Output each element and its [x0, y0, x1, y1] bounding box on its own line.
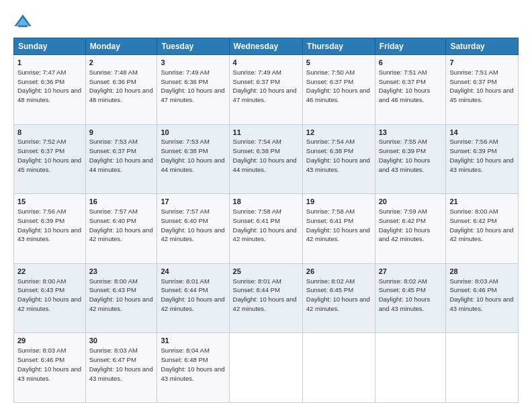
- day-info: Sunrise: 7:53 AMSunset: 6:38 PMDaylight:…: [161, 138, 224, 173]
- calendar-cell: 17Sunrise: 7:57 AMSunset: 6:40 PMDayligh…: [157, 194, 229, 264]
- day-info: Sunrise: 8:01 AMSunset: 6:44 PMDaylight:…: [233, 277, 297, 312]
- day-number: 3: [161, 58, 225, 68]
- calendar-week-row: 29Sunrise: 8:03 AMSunset: 6:46 PMDayligh…: [14, 333, 519, 403]
- calendar-cell: 28Sunrise: 8:03 AMSunset: 6:46 PMDayligh…: [446, 263, 519, 333]
- day-of-week-header: Sunday: [14, 38, 86, 55]
- day-number: 30: [89, 336, 154, 346]
- page: SundayMondayTuesdayWednesdayThursdayFrid…: [0, 0, 532, 411]
- calendar-header-row: SundayMondayTuesdayWednesdayThursdayFrid…: [14, 38, 519, 55]
- day-info: Sunrise: 7:49 AMSunset: 6:36 PMDaylight:…: [161, 68, 224, 103]
- calendar-cell: 18Sunrise: 7:58 AMSunset: 6:41 PMDayligh…: [229, 194, 302, 264]
- day-info: Sunrise: 7:48 AMSunset: 6:36 PMDaylight:…: [89, 68, 153, 103]
- calendar-cell: 30Sunrise: 8:03 AMSunset: 6:47 PMDayligh…: [85, 333, 157, 403]
- day-number: 14: [449, 128, 515, 138]
- day-info: Sunrise: 7:56 AMSunset: 6:39 PMDaylight:…: [17, 208, 81, 242]
- day-number: 26: [306, 267, 371, 277]
- day-number: 16: [89, 197, 154, 207]
- day-number: 7: [449, 58, 515, 68]
- day-number: 5: [306, 58, 371, 68]
- calendar-cell: 11Sunrise: 7:54 AMSunset: 6:38 PMDayligh…: [229, 124, 302, 194]
- day-number: 25: [233, 267, 299, 277]
- day-number: 31: [161, 336, 225, 346]
- calendar-cell: 29Sunrise: 8:03 AMSunset: 6:46 PMDayligh…: [14, 333, 86, 403]
- day-of-week-header: Saturday: [446, 38, 519, 55]
- calendar-cell: 9Sunrise: 7:53 AMSunset: 6:37 PMDaylight…: [85, 124, 157, 194]
- svg-rect-2: [18, 26, 28, 28]
- day-number: 1: [17, 58, 82, 68]
- day-info: Sunrise: 8:03 AMSunset: 6:46 PMDaylight:…: [17, 347, 81, 381]
- day-of-week-header: Thursday: [302, 38, 375, 55]
- day-info: Sunrise: 8:02 AMSunset: 6:45 PMDaylight:…: [379, 277, 431, 312]
- day-number: 27: [379, 267, 443, 277]
- calendar-week-row: 15Sunrise: 7:56 AMSunset: 6:39 PMDayligh…: [14, 194, 519, 264]
- day-number: 22: [17, 267, 82, 277]
- day-number: 24: [161, 267, 225, 277]
- day-number: 12: [306, 128, 371, 138]
- calendar-cell: 16Sunrise: 7:57 AMSunset: 6:40 PMDayligh…: [85, 194, 157, 264]
- day-number: 17: [161, 197, 225, 207]
- day-info: Sunrise: 8:00 AMSunset: 6:43 PMDaylight:…: [17, 277, 81, 312]
- day-number: 19: [306, 197, 371, 207]
- day-info: Sunrise: 7:57 AMSunset: 6:40 PMDaylight:…: [89, 208, 153, 242]
- day-info: Sunrise: 8:03 AMSunset: 6:47 PMDaylight:…: [89, 347, 153, 381]
- calendar-cell: 22Sunrise: 8:00 AMSunset: 6:43 PMDayligh…: [14, 263, 86, 333]
- calendar-cell: [302, 333, 375, 403]
- day-info: Sunrise: 7:58 AMSunset: 6:41 PMDaylight:…: [233, 208, 297, 242]
- day-info: Sunrise: 8:00 AMSunset: 6:43 PMDaylight:…: [89, 277, 153, 312]
- calendar-cell: 2Sunrise: 7:48 AMSunset: 6:36 PMDaylight…: [85, 55, 157, 125]
- calendar-cell: 26Sunrise: 8:02 AMSunset: 6:45 PMDayligh…: [302, 263, 375, 333]
- calendar-cell: 25Sunrise: 8:01 AMSunset: 6:44 PMDayligh…: [229, 263, 302, 333]
- day-info: Sunrise: 7:57 AMSunset: 6:40 PMDaylight:…: [161, 208, 224, 242]
- calendar-cell: 31Sunrise: 8:04 AMSunset: 6:48 PMDayligh…: [157, 333, 229, 403]
- calendar-cell: 15Sunrise: 7:56 AMSunset: 6:39 PMDayligh…: [14, 194, 86, 264]
- calendar-week-row: 1Sunrise: 7:47 AMSunset: 6:36 PMDaylight…: [14, 55, 519, 125]
- calendar-cell: 13Sunrise: 7:55 AMSunset: 6:39 PMDayligh…: [375, 124, 446, 194]
- day-info: Sunrise: 8:02 AMSunset: 6:45 PMDaylight:…: [306, 277, 370, 312]
- day-info: Sunrise: 7:59 AMSunset: 6:42 PMDaylight:…: [379, 208, 431, 242]
- logo: [13, 12, 35, 31]
- day-of-week-header: Monday: [85, 38, 157, 55]
- calendar-cell: 19Sunrise: 7:58 AMSunset: 6:41 PMDayligh…: [302, 194, 375, 264]
- day-info: Sunrise: 7:51 AMSunset: 6:37 PMDaylight:…: [379, 68, 431, 103]
- day-info: Sunrise: 8:04 AMSunset: 6:48 PMDaylight:…: [161, 347, 224, 381]
- day-number: 6: [379, 58, 443, 68]
- logo-icon: [13, 12, 32, 31]
- calendar-cell: 1Sunrise: 7:47 AMSunset: 6:36 PMDaylight…: [14, 55, 86, 125]
- day-info: Sunrise: 7:58 AMSunset: 6:41 PMDaylight:…: [306, 208, 370, 242]
- calendar-cell: 21Sunrise: 8:00 AMSunset: 6:42 PMDayligh…: [446, 194, 519, 264]
- calendar-cell: 7Sunrise: 7:51 AMSunset: 6:37 PMDaylight…: [446, 55, 519, 125]
- day-of-week-header: Wednesday: [229, 38, 302, 55]
- day-number: 29: [17, 336, 82, 346]
- calendar-week-row: 22Sunrise: 8:00 AMSunset: 6:43 PMDayligh…: [14, 263, 519, 333]
- calendar-cell: 12Sunrise: 7:54 AMSunset: 6:38 PMDayligh…: [302, 124, 375, 194]
- calendar-cell: [446, 333, 519, 403]
- day-info: Sunrise: 7:55 AMSunset: 6:39 PMDaylight:…: [379, 138, 431, 173]
- day-number: 9: [89, 128, 154, 138]
- calendar-week-row: 8Sunrise: 7:52 AMSunset: 6:37 PMDaylight…: [14, 124, 519, 194]
- calendar-table: SundayMondayTuesdayWednesdayThursdayFrid…: [13, 38, 519, 403]
- calendar-cell: 8Sunrise: 7:52 AMSunset: 6:37 PMDaylight…: [14, 124, 86, 194]
- calendar-cell: 20Sunrise: 7:59 AMSunset: 6:42 PMDayligh…: [375, 194, 446, 264]
- day-info: Sunrise: 7:49 AMSunset: 6:37 PMDaylight:…: [233, 68, 297, 103]
- calendar-cell: 27Sunrise: 8:02 AMSunset: 6:45 PMDayligh…: [375, 263, 446, 333]
- day-info: Sunrise: 7:51 AMSunset: 6:37 PMDaylight:…: [449, 68, 513, 103]
- day-info: Sunrise: 8:03 AMSunset: 6:46 PMDaylight:…: [449, 277, 513, 312]
- day-info: Sunrise: 7:47 AMSunset: 6:36 PMDaylight:…: [17, 68, 81, 103]
- day-number: 2: [89, 58, 154, 68]
- day-number: 23: [89, 267, 154, 277]
- day-info: Sunrise: 7:53 AMSunset: 6:37 PMDaylight:…: [89, 138, 153, 173]
- calendar-cell: 4Sunrise: 7:49 AMSunset: 6:37 PMDaylight…: [229, 55, 302, 125]
- calendar-cell: 10Sunrise: 7:53 AMSunset: 6:38 PMDayligh…: [157, 124, 229, 194]
- day-info: Sunrise: 7:52 AMSunset: 6:37 PMDaylight:…: [17, 138, 81, 173]
- calendar-cell: 23Sunrise: 8:00 AMSunset: 6:43 PMDayligh…: [85, 263, 157, 333]
- header: [13, 12, 519, 31]
- day-number: 10: [161, 128, 225, 138]
- day-of-week-header: Tuesday: [157, 38, 229, 55]
- day-info: Sunrise: 7:50 AMSunset: 6:37 PMDaylight:…: [306, 68, 370, 103]
- day-number: 28: [449, 267, 515, 277]
- day-info: Sunrise: 7:56 AMSunset: 6:39 PMDaylight:…: [449, 138, 513, 173]
- day-number: 18: [233, 197, 299, 207]
- day-number: 15: [17, 197, 82, 207]
- day-number: 11: [233, 128, 299, 138]
- day-info: Sunrise: 7:54 AMSunset: 6:38 PMDaylight:…: [233, 138, 297, 173]
